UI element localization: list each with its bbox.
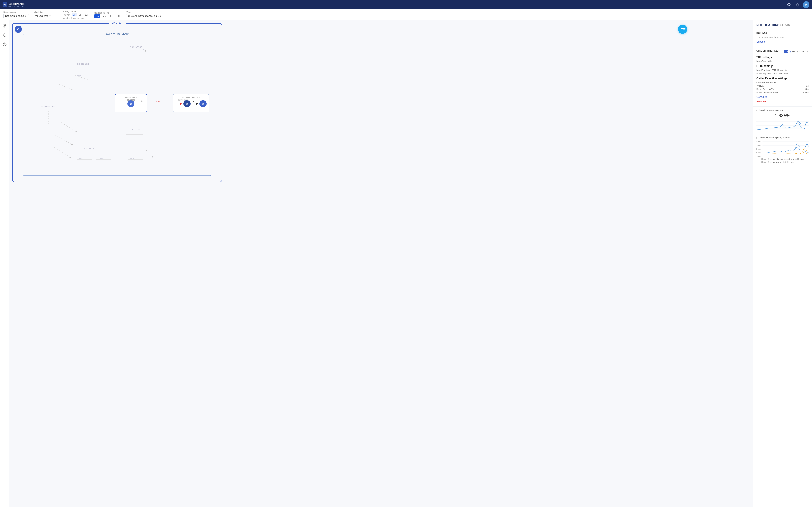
payments-v1-label: v1	[140, 100, 143, 102]
edge-labels-select[interactable]: request rate ▾	[33, 14, 58, 18]
outlier-title: Outlier Detection settings	[756, 77, 809, 80]
analytics-label: ANALYTICS	[130, 46, 143, 48]
left-sidebar	[0, 20, 9, 507]
notifications-node-text[interactable]: 2	[186, 103, 188, 105]
user-avatar[interactable]: A	[803, 1, 809, 8]
circuit-breaker-toggle[interactable]	[784, 50, 791, 53]
interval-label: Interval	[756, 84, 764, 87]
metrics-group: Metrics timespan 1m 5m 30m 1h	[94, 12, 122, 18]
help-icon[interactable]	[2, 41, 8, 47]
view-arrow-icon: ▾	[160, 14, 161, 17]
target-icon[interactable]	[2, 23, 8, 29]
max-pending-val: 1	[807, 69, 809, 71]
payments-service-label: PAYMENTS	[125, 96, 137, 99]
metrics-1m-btn[interactable]: 1m	[94, 14, 100, 18]
ingress-section: INGRESS The service is not exposed Expos…	[753, 29, 812, 47]
remove-link[interactable]: Remove	[756, 99, 809, 104]
svg-text:⚙: ⚙	[17, 27, 20, 31]
slack-icon-btn[interactable]	[794, 1, 801, 8]
circuit-breaker-section: CIRCUIT BREAKER SHOW CONFIGS TCP setting…	[753, 47, 812, 107]
polling-label: Polling interval	[63, 10, 90, 13]
panel-header: NOTIFICATIONS SERVICE	[753, 20, 812, 29]
svg-text:30.1: 30.1	[100, 157, 104, 159]
payments-node-text[interactable]: 2	[130, 103, 132, 105]
polling-never-btn[interactable]: never	[63, 13, 71, 16]
legend-label-1: Circuit Breaker istio-ingressgateway:503…	[761, 158, 804, 160]
namespaces-value: backyards-demo	[5, 14, 24, 17]
logo-text-group: Backyards BY BANZAICLOUD	[8, 2, 25, 8]
cb-percentage: 1.635%	[756, 113, 809, 118]
base-ejection-val: 3m	[805, 88, 809, 91]
svg-text:17.56: 17.56	[77, 75, 82, 77]
legend-item-1: Circuit Breaker istio-ingressgateway:503…	[756, 158, 809, 160]
base-ejection-label: Base Ejection Time	[756, 88, 776, 91]
svg-point-3	[4, 25, 5, 27]
max-connections-label: Max Connections	[756, 60, 774, 62]
svg-line-35	[60, 122, 77, 132]
panel-service-name: NOTIFICATIONS	[756, 23, 779, 26]
movies-label: MOVIES	[132, 128, 140, 130]
legend-label-2: Circuit Breaker payments:503 trips	[761, 161, 794, 163]
mesh-diagram: MASTER MASTER ⚙ BACKYARDS-DEMO ANALYTICS…	[11, 22, 225, 185]
y-label-1: 1 ops	[756, 152, 761, 154]
svg-text:2: 2	[202, 103, 204, 105]
svg-line-39	[143, 147, 153, 158]
logo-icon	[3, 2, 7, 7]
tcp-settings-title: TCP settings	[756, 56, 809, 59]
edge-labels-label: Edge labels	[33, 11, 58, 13]
ingress-title: INGRESS	[756, 32, 809, 34]
refresh-icon[interactable]	[2, 32, 8, 38]
cb-source-section: 1 Circuit Breaker trips by source 4 ops …	[753, 134, 812, 165]
max-ejection-val: 100%	[803, 91, 809, 94]
http-badge[interactable]: HTTP	[678, 24, 687, 34]
metrics-30m-btn[interactable]: 30m	[108, 14, 115, 18]
app-header: Backyards BY BANZAICLOUD A	[0, 0, 812, 9]
y-axis-labels: 4 ops 3 ops 2 ops 1 ops 0 ops	[756, 140, 761, 157]
app-subtitle: BY BANZAICLOUD	[8, 5, 25, 8]
polling-options: never 1s 5s 30s	[63, 13, 90, 16]
max-requests-label: Max Requests Per Connection	[756, 72, 788, 75]
max-ejection-row: Max Ejection Percent 100%	[756, 91, 809, 94]
right-panel: NOTIFICATIONS SERVICE INGRESS The servic…	[753, 20, 812, 507]
polling-30s-btn[interactable]: 30s	[84, 13, 90, 16]
updated-text: updated 1 second ago	[63, 17, 90, 19]
y-label-4: 4 ops	[756, 140, 761, 143]
y-label-2: 2 ops	[756, 148, 761, 150]
max-ejection-label: Max Ejection Percent	[756, 91, 778, 94]
main-layout: HTTP MASTER MASTER ⚙ BACKYARDS-DEMO ANAL…	[0, 20, 812, 507]
max-requests-val: 1	[807, 72, 809, 75]
circuit-breaker-title: CIRCUIT BREAKER	[756, 49, 780, 52]
consecutive-errors-val: 1	[807, 81, 809, 83]
edge-labels-group: Edge labels request rate ▾	[33, 11, 58, 18]
consecutive-errors-label: Consecutive Errors	[756, 81, 776, 83]
view-group: View clusters, namespaces, ap... ▾	[126, 11, 163, 18]
max-pending-label: Max Pending HTTP Requests	[756, 69, 787, 71]
metrics-1h-btn[interactable]: 1h	[116, 14, 122, 18]
cb-source-title: Circuit Breaker trips by source	[759, 136, 790, 139]
polling-5s-btn[interactable]: 5s	[78, 13, 83, 16]
polling-1s-btn[interactable]: 1s	[72, 13, 77, 16]
cb-trips-title: Circuit Breaker trips rate	[759, 109, 784, 111]
metrics-5m-btn[interactable]: 5m	[101, 14, 107, 18]
source-chart-inner: 19:14 19:15 19:16 19:17 19:18	[762, 140, 809, 157]
view-select[interactable]: clusters, namespaces, ap... ▾	[126, 14, 163, 18]
legend-dot-blue	[756, 159, 760, 160]
max-connections-row: Max Connections 1	[756, 60, 809, 62]
circuit-header: CIRCUIT BREAKER SHOW CONFIGS	[756, 49, 809, 54]
frontrade-label: FRONTRADE	[42, 105, 55, 107]
expose-link[interactable]: Expose	[756, 40, 809, 44]
github-icon-btn[interactable]	[786, 1, 792, 8]
svg-text:35.07: 35.07	[79, 157, 84, 159]
edge-labels-value: request rate	[35, 14, 48, 17]
slack-icon	[796, 3, 799, 7]
panel-service-type: SERVICE	[780, 23, 792, 26]
namespaces-select[interactable]: backyards-demo ▾	[3, 14, 29, 18]
view-label: View	[126, 11, 163, 13]
catalog-label: CATALOG	[84, 148, 95, 150]
payments-service-name: payments	[127, 99, 136, 101]
interval-val: 1s	[806, 84, 809, 87]
configure-link[interactable]: Configure	[756, 95, 809, 99]
y-label-3: 3 ops	[756, 144, 761, 147]
github-icon	[787, 3, 791, 7]
not-exposed-text: The service is not exposed	[756, 36, 809, 38]
